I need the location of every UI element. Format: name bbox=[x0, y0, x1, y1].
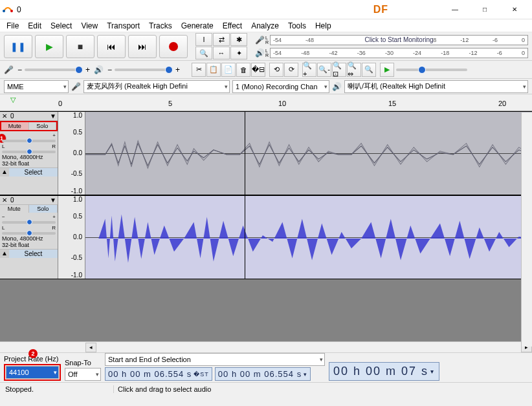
track-menu-button[interactable]: ▼ bbox=[49, 112, 58, 120]
vertical-scrollbar[interactable] bbox=[521, 112, 532, 347]
watermark: DF bbox=[373, 4, 388, 16]
playback-volume-slider[interactable]: −+ bbox=[107, 65, 180, 74]
recording-volume-slider[interactable]: −+ bbox=[17, 65, 90, 74]
tracks-empty-area[interactable] bbox=[0, 279, 532, 341]
playback-device-combo[interactable]: 喇叭/耳机 (Realtek High Definit▾ bbox=[344, 80, 528, 93]
track-gain-slider[interactable] bbox=[2, 221, 56, 224]
pause-button[interactable]: ❚❚ bbox=[4, 35, 32, 58]
waveform[interactable] bbox=[85, 112, 532, 195]
menu-edit[interactable]: Edit bbox=[24, 20, 45, 32]
recording-device-combo[interactable]: 麦克风阵列 (Realtek High Defini▾ bbox=[83, 80, 230, 93]
timeline-ruler[interactable]: ▽ 0 5 10 15 20 bbox=[0, 94, 532, 111]
trim-button[interactable]: 🗑 bbox=[236, 63, 250, 77]
collapse-button[interactable]: ▲ bbox=[0, 168, 9, 176]
solo-button[interactable]: Solo bbox=[29, 122, 57, 130]
audio-host-combo[interactable]: MME▾ bbox=[4, 80, 69, 93]
selection-toolbar: 2 Project Rate (Hz) 44100▾ Snap-To Off▾ … bbox=[0, 352, 532, 382]
selection-tool[interactable]: I bbox=[195, 33, 212, 46]
playhead-icon: ▽ bbox=[10, 96, 16, 104]
menu-help[interactable]: Help bbox=[311, 20, 335, 32]
track-select-button[interactable]: Select bbox=[9, 250, 58, 258]
selection-start-box[interactable]: 00 h 00 m 06.554 s�ST bbox=[105, 367, 212, 381]
project-rate-combo[interactable]: 44100▾ bbox=[6, 366, 59, 379]
menu-tools[interactable]: Tools bbox=[284, 20, 310, 32]
zoom-tool[interactable]: 🔍 bbox=[195, 47, 212, 59]
mic-icon: 🎤 bbox=[4, 65, 14, 74]
menu-select[interactable]: Select bbox=[47, 20, 76, 32]
status-bar: Stopped. Click and drag to select audio bbox=[0, 382, 532, 395]
svg-point-0 bbox=[3, 10, 5, 12]
track-select-button[interactable]: Select bbox=[9, 168, 58, 176]
snap-to-label: Snap-To bbox=[65, 359, 101, 367]
device-toolbar: MME▾ 🎤 麦克风阵列 (Realtek High Defini▾ 1 (Mo… bbox=[0, 79, 532, 94]
track-format-info: Mono, 48000Hz32-bit float bbox=[0, 235, 58, 249]
tools-grid: I ⇄ ✱ 🔍 ↔ ✦ bbox=[195, 33, 247, 59]
minimize-button[interactable]: — bbox=[440, 0, 470, 19]
close-button[interactable]: ✕ bbox=[500, 0, 529, 19]
mute-button[interactable]: Mute bbox=[0, 205, 29, 213]
mic-icon: 🎤 bbox=[255, 36, 264, 45]
zoom-out-button[interactable]: 🔍- bbox=[317, 63, 331, 77]
fit-selection-button[interactable]: 🔍⊡ bbox=[332, 63, 346, 77]
selection-format-combo[interactable]: Start and End of Selection▾ bbox=[105, 353, 325, 366]
menu-file[interactable]: File bbox=[3, 20, 23, 32]
copy-button[interactable]: 📋 bbox=[206, 63, 221, 77]
track-control-panel: ✕0▼ Mute Solo 1 −+ LR Mono, 48000Hz32-bi… bbox=[0, 112, 58, 195]
horizontal-scrollbar[interactable]: ◂▸ bbox=[0, 341, 532, 352]
track-gain-slider[interactable] bbox=[2, 140, 56, 142]
menu-generate[interactable]: Generate bbox=[177, 20, 217, 32]
zoom-in-button[interactable]: 🔍+ bbox=[302, 63, 316, 77]
cut-button[interactable]: ✂ bbox=[192, 63, 206, 77]
paste-button[interactable]: 📄 bbox=[221, 63, 236, 77]
envelope-tool[interactable]: ⇄ bbox=[213, 33, 230, 46]
menu-effect[interactable]: Effect bbox=[219, 20, 246, 32]
waveform[interactable] bbox=[85, 196, 532, 279]
track-name[interactable]: 0 bbox=[9, 196, 49, 204]
vertical-scale[interactable]: 1.00.50.0-0.5-1.0 bbox=[58, 112, 85, 195]
vertical-scale[interactable]: 1.00.50.0-0.5-1.0 bbox=[58, 196, 85, 279]
track-row: ✕0▼ MuteSolo −+ LR Mono, 48000Hz32-bit f… bbox=[0, 195, 532, 279]
track-control-panel: ✕0▼ MuteSolo −+ LR Mono, 48000Hz32-bit f… bbox=[0, 196, 58, 279]
stop-button[interactable]: ■ bbox=[66, 35, 94, 58]
zoom-toggle-button[interactable]: 🔍 bbox=[362, 63, 376, 77]
track-close-button[interactable]: ✕ bbox=[0, 112, 9, 120]
skip-start-button[interactable]: ⏮ bbox=[97, 35, 126, 58]
collapse-button[interactable]: ▲ bbox=[0, 250, 9, 258]
undo-button[interactable]: ⟲ bbox=[269, 63, 283, 77]
play-button[interactable]: ▶ bbox=[35, 35, 63, 58]
silence-button[interactable]: �⊟ bbox=[251, 63, 265, 77]
fit-project-button[interactable]: 🔍⇔ bbox=[347, 63, 361, 77]
solo-button[interactable]: Solo bbox=[29, 205, 58, 213]
menu-view[interactable]: View bbox=[77, 20, 102, 32]
menu-tracks[interactable]: Tracks bbox=[145, 20, 176, 32]
recording-meter[interactable]: 🎤 LR Click to Start Monitoring -54-488-1… bbox=[255, 34, 528, 46]
skip-end-button[interactable]: ⏭ bbox=[128, 35, 157, 58]
track-menu-button[interactable]: ▼ bbox=[49, 197, 58, 204]
speaker-icon: 🔊 bbox=[94, 65, 104, 74]
snap-to-combo[interactable]: Off▾ bbox=[65, 368, 101, 381]
edit-cursor bbox=[245, 196, 245, 279]
audio-position-box[interactable]: 00 h 00 m 07 s▾ bbox=[329, 362, 439, 381]
timeshift-tool[interactable]: ↔ bbox=[213, 47, 230, 59]
maximize-button[interactable]: □ bbox=[470, 0, 500, 19]
annotation-badge-2: 2 bbox=[28, 349, 38, 358]
playback-meter[interactable]: 🔊 LR -54-48-42-36-30-24-18-12-60 bbox=[255, 47, 528, 59]
selection-end-box[interactable]: 00 h 00 m 06.554 s▾ bbox=[215, 367, 311, 381]
recording-channels-combo[interactable]: 1 (Mono) Recording Chan▾ bbox=[232, 80, 329, 93]
track-pan-slider[interactable] bbox=[2, 232, 56, 235]
track-close-button[interactable]: ✕ bbox=[0, 197, 9, 204]
record-button[interactable] bbox=[159, 35, 188, 58]
menubar: File Edit Select View Transport Tracks G… bbox=[0, 19, 532, 32]
menu-analyze[interactable]: Analyze bbox=[247, 20, 283, 32]
play-at-speed-button[interactable]: ▶ bbox=[380, 63, 394, 77]
multi-tool[interactable]: ✦ bbox=[230, 47, 247, 59]
track-pan-slider[interactable] bbox=[2, 151, 56, 153]
play-speed-slider[interactable] bbox=[396, 63, 467, 77]
mute-button[interactable]: Mute bbox=[1, 122, 29, 130]
redo-button[interactable]: ⟳ bbox=[284, 63, 298, 77]
app-icon bbox=[3, 5, 13, 15]
menu-transport[interactable]: Transport bbox=[103, 20, 144, 32]
draw-tool[interactable]: ✱ bbox=[230, 33, 247, 46]
svg-point-1 bbox=[10, 10, 13, 12]
track-name[interactable]: 0 bbox=[9, 112, 49, 120]
